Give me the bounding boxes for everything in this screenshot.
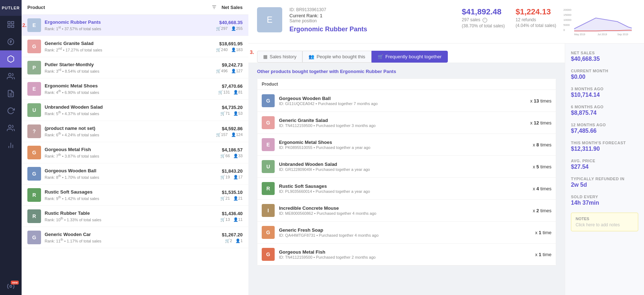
product-list-item[interactable]: ? (product name not set) Rank: 6th • 4.2…: [22, 121, 248, 142]
stat-6-months-label: 6 MONTHS AGO: [571, 105, 638, 109]
sidebar-icon-products[interactable]: [0, 50, 22, 68]
product-rank-text: Rank: 8th • 1.70% of total sales: [45, 174, 207, 180]
net-sales-value: $41,892.48: [462, 7, 505, 17]
refunds-stat: $1,224.13 12 refunds (4.04% of total sal…: [515, 7, 556, 28]
cart-count-icon: 🛒: [220, 154, 225, 158]
step3-label: 3.: [250, 49, 254, 55]
tab-sales-history[interactable]: ▦ Sales history: [257, 51, 302, 63]
product-counts: 🛒131 👤81: [207, 90, 243, 95]
product-thumbnail: U: [27, 103, 41, 117]
detail-stats: $41,892.48 297 sales (38.70% of total sa…: [462, 7, 556, 28]
stat-forecast-value: $12,311.90: [571, 146, 638, 152]
product-detail-rank: Current Rank: 1: [289, 13, 455, 18]
product-list-item[interactable]: 2. E Ergonomic Rubber Pants Rank: 1st • …: [22, 15, 248, 36]
product-detail-thumbnail: E: [257, 7, 282, 32]
svg-text:0: 0: [563, 28, 565, 32]
product-list-item[interactable]: G Gorgeous Metal Fish Rank: 7th • 3.87% …: [22, 142, 248, 163]
product-info: Gorgeous Metal Fish Rank: 7th • 3.87% of…: [45, 147, 207, 158]
stat-net-sales: NET SALES $40,668.35: [571, 51, 638, 62]
fbt-product-info: Rustic Soft Sausages ID: PL9035660014 • …: [279, 183, 528, 194]
cart-icon: 🛒: [378, 54, 383, 59]
product-list-header: Product Net Sales: [22, 0, 248, 15]
product-counts: 🛒496 👤127: [207, 69, 243, 73]
product-info: Rustic Rubber Table Rank: 10th • 1.33% o…: [45, 210, 207, 222]
fbt-row[interactable]: G Gorgeous Metal Fish ID: TN4112159500 •…: [257, 244, 556, 266]
stat-12-months-value: $7,485.66: [571, 128, 638, 134]
right-stats-panel: NET SALES $40,668.35 CURRENT MONTH $0.00…: [565, 44, 644, 295]
tab-people-bought[interactable]: 👥 People who bought this: [302, 51, 371, 63]
fbt-product-name: Ergonomic Metal Shoes: [279, 140, 528, 145]
fbt-product-info: Generic Granite Salad ID: TN4112159500 •…: [279, 118, 526, 128]
product-thumbnail: G: [27, 146, 41, 159]
product-detail-id: ID: BR9133961307: [289, 7, 455, 12]
product-counts: 🛒21 👤21: [207, 196, 243, 201]
cart-count-icon: 🛒: [216, 26, 221, 31]
product-sales-col: $18,691.95 🛒240 👤183: [207, 41, 243, 52]
fbt-row[interactable]: E Ergonomic Metal Shoes ID: PK0895510055…: [257, 134, 556, 156]
fbt-product-id: ID: QA44MTGF8731 • Purchased together 4 …: [279, 233, 531, 237]
customer-count-icon: 👤: [231, 132, 236, 137]
cart-count-icon: 🛒: [220, 175, 225, 179]
product-sales-col: $7,470.66 🛒131 👤81: [207, 83, 243, 95]
fbt-product-thumbnail: R: [262, 182, 275, 195]
fbt-times: x 12 times: [530, 120, 551, 126]
filter-icon[interactable]: [211, 4, 217, 10]
product-list-item[interactable]: R Rustic Rubber Table Rank: 10th • 1.33%…: [22, 206, 248, 227]
product-name: Putler Starter-Monthly: [45, 62, 207, 67]
fbt-row[interactable]: G Generic Granite Salad ID: TN4112159500…: [257, 112, 556, 134]
product-list-item[interactable]: U Unbranded Wooden Salad Rank: 5th • 4.3…: [22, 100, 248, 121]
fbt-product-thumbnail: G: [262, 94, 275, 107]
fbt-row[interactable]: R Rustic Soft Sausages ID: PL9035660014 …: [257, 178, 556, 200]
sidebar-icon-reports[interactable]: [0, 85, 22, 102]
notes-label: NOTES: [576, 217, 634, 221]
cart-count-icon: 🛒: [225, 239, 230, 243]
product-counts: 🛒2 👤1: [207, 239, 243, 243]
product-thumbnail: G: [27, 40, 41, 53]
svg-text:20000: 20000: [563, 8, 572, 12]
stat-3-months-label: 3 MONTHS AGO: [571, 87, 638, 91]
product-list-item[interactable]: G Generic Wooden Car Rank: 11th • 1.17% …: [22, 227, 248, 248]
product-col-header: Product: [27, 5, 45, 10]
sidebar-icon-charts[interactable]: [0, 137, 22, 154]
product-detail-title[interactable]: Ergonomic Rubber Pants: [289, 26, 455, 33]
product-info: (product name not set) Rank: 6th • 4.24%…: [45, 126, 207, 137]
sidebar-icon-team[interactable]: [0, 119, 22, 137]
fbt-row[interactable]: G Generic Fresh Soap ID: QA44MTGF8731 • …: [257, 222, 556, 244]
product-thumbnail: G: [27, 167, 41, 181]
sidebar-icon-transactions[interactable]: [0, 33, 22, 50]
sales-history-icon: ▦: [263, 54, 267, 59]
notes-placeholder: Click here to add notes: [576, 222, 634, 227]
fbt-product-info: Gorgeous Wooden Ball ID: GI11UQCEA042 • …: [279, 96, 526, 106]
fbt-row[interactable]: I Incredible Concrete Mouse ID: ME800056…: [257, 200, 556, 222]
fbt-product-thumbnail: G: [262, 116, 275, 129]
product-list-item[interactable]: G Generic Granite Salad Rank: 2nd • 17.2…: [22, 36, 248, 57]
product-list-item[interactable]: G Gorgeous Wooden Ball Rank: 8th • 1.70%…: [22, 163, 248, 185]
fbt-product-info: Generic Fresh Soap ID: QA44MTGF8731 • Pu…: [279, 227, 531, 237]
app-logo: PUTLER: [0, 0, 22, 16]
sidebar-icon-subscriptions[interactable]: [0, 102, 22, 119]
product-list-item[interactable]: P Putler Starter-Monthly Rank: 3rd • 8.5…: [22, 57, 248, 78]
fbt-times: x 8 times: [533, 142, 551, 148]
product-list-item[interactable]: R Rustic Soft Sausages Rank: 9th • 1.42%…: [22, 185, 248, 206]
tab-frequently-bought[interactable]: 🛒 Frequently bought together: [371, 51, 448, 63]
notes-box[interactable]: NOTES Click here to add notes: [571, 213, 638, 231]
stat-6-months: 6 MONTHS AGO $8,875.74: [571, 105, 638, 116]
sidebar-icon-customers[interactable]: [0, 68, 22, 85]
product-detail-meta: ID: BR9133961307 Current Rank: 1 Same po…: [289, 7, 455, 33]
sidebar-icon-integrations[interactable]: new: [0, 278, 22, 295]
product-rank-text: Rank: 1st • 37.57% of total sales: [45, 26, 207, 31]
product-name: Ergonomic Metal Shoes: [45, 83, 207, 88]
fbt-product-info: Unbranded Wooden Salad ID: GR122809049I …: [279, 162, 528, 172]
product-list-item[interactable]: E Ergonomic Metal Shoes Rank: 4th • 6.90…: [22, 78, 248, 100]
product-rank-text: Rank: 5th • 4.37% of total sales: [45, 110, 207, 116]
product-info: Rustic Soft Sausages Rank: 9th • 1.42% o…: [45, 189, 207, 201]
sidebar-icon-dashboard[interactable]: [0, 16, 22, 33]
product-name: Generic Wooden Car: [45, 232, 207, 237]
fbt-row[interactable]: U Unbranded Wooden Salad ID: GR122809049…: [257, 156, 556, 178]
customer-count-icon: 👤: [233, 175, 238, 179]
tabs: ▦ Sales history 👥 People who bought this…: [257, 51, 556, 63]
fbt-product-thumbnail: G: [262, 226, 275, 239]
fbt-row[interactable]: G Gorgeous Wooden Ball ID: GI11UQCEA042 …: [257, 90, 556, 112]
customer-count-icon: 👤: [233, 217, 238, 222]
product-thumbnail: P: [27, 61, 41, 74]
